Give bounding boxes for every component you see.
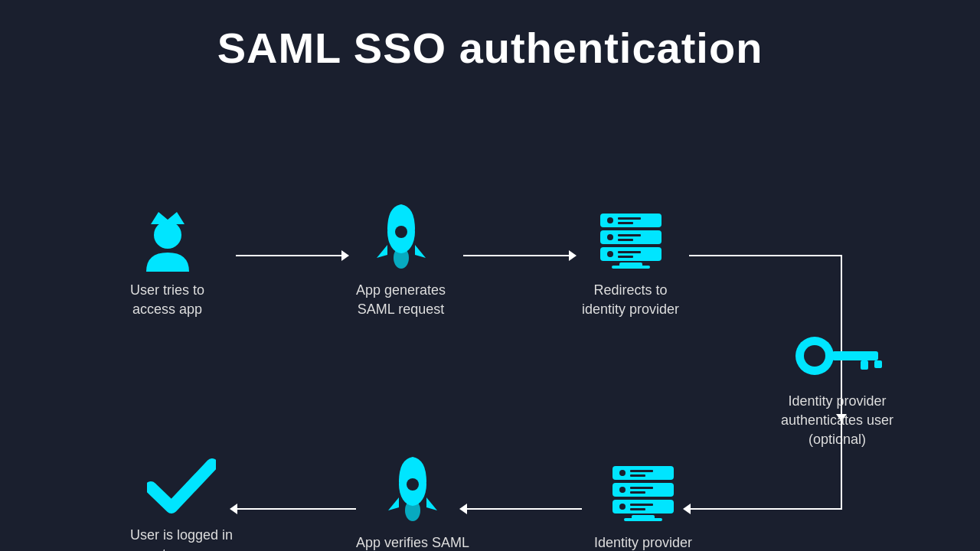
svg-point-8	[607, 251, 613, 257]
diagram: User tries to access app App generates S…	[38, 88, 942, 532]
arrow-6-7	[236, 508, 356, 510]
rocket-icon-2	[382, 455, 443, 524]
svg-rect-10	[618, 256, 633, 258]
svg-rect-18	[618, 222, 633, 224]
svg-rect-32	[630, 487, 653, 489]
svg-rect-36	[630, 470, 653, 472]
step7-box: User is logged in to app	[130, 455, 233, 551]
svg-rect-29	[630, 508, 645, 510]
svg-rect-28	[630, 504, 653, 506]
step4-box: Identity provider authenticates user (op…	[781, 333, 893, 450]
step2-box: App generates SAML request	[356, 203, 446, 319]
server-icon-2	[609, 455, 678, 524]
page-title: SAML SSO authentication	[217, 23, 763, 73]
svg-rect-14	[618, 239, 633, 241]
step6-label: App verifies SAML response	[356, 533, 469, 551]
svg-point-39	[405, 500, 420, 521]
step1-box: User tries to access app	[130, 203, 204, 319]
svg-point-35	[619, 470, 626, 476]
corner-h2	[689, 508, 842, 510]
svg-rect-9	[618, 251, 641, 253]
user-icon	[137, 203, 198, 272]
svg-point-4	[395, 226, 407, 238]
svg-rect-17	[618, 217, 641, 220]
svg-point-31	[619, 487, 626, 493]
svg-point-1	[154, 221, 181, 249]
svg-point-20	[804, 345, 825, 367]
svg-point-16	[607, 217, 613, 223]
step3-label: Redirects to identity provider	[582, 281, 679, 319]
rocket-icon	[371, 203, 432, 272]
svg-rect-22	[861, 360, 868, 370]
svg-rect-6	[612, 266, 650, 269]
svg-rect-33	[630, 491, 645, 494]
svg-point-27	[619, 504, 626, 510]
step3-box: Redirects to identity provider	[582, 203, 679, 319]
checkmark-icon	[147, 455, 216, 517]
corner-v2	[841, 417, 842, 509]
svg-rect-25	[624, 518, 662, 521]
step1-label: User tries to access app	[130, 281, 204, 319]
svg-rect-23	[874, 360, 882, 368]
key-icon	[792, 333, 884, 383]
arrow-5-6	[466, 508, 582, 510]
svg-point-3	[394, 247, 409, 269]
arrow-1-2	[236, 255, 343, 256]
step6-box: App verifies SAML response	[356, 455, 469, 551]
step2-label: App generates SAML request	[356, 281, 446, 319]
step4-label: Identity provider authenticates user (op…	[781, 392, 893, 450]
step5-box: Identity provider generates SAML respons…	[582, 455, 704, 551]
step7-label: User is logged in to app	[130, 526, 233, 551]
arrow-2-3	[463, 255, 570, 256]
server-icon	[596, 203, 665, 272]
svg-point-12	[607, 234, 613, 240]
svg-rect-21	[832, 351, 878, 360]
svg-point-40	[407, 478, 419, 491]
svg-rect-37	[630, 474, 645, 477]
corner-h	[689, 255, 842, 256]
step5-label: Identity provider generates SAML respons…	[582, 533, 704, 551]
svg-rect-13	[618, 234, 641, 236]
